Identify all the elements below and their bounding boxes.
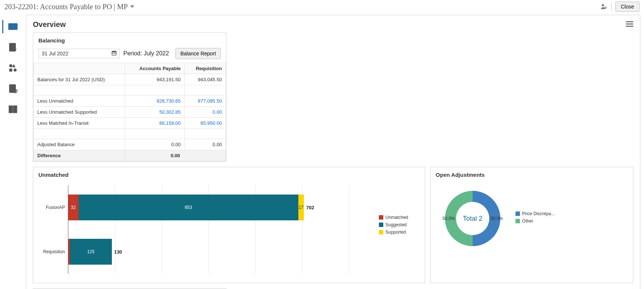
svg-point-8 [10,65,12,67]
content-panel: Overview Unmatched [26,15,640,289]
bar-total: 130 [114,249,122,255]
bar-total: 702 [306,205,314,210]
cell-value: 0.00 [125,139,185,150]
row-label: Less Unmatched Supported [34,107,125,118]
legend-label: Price Discrepa… [522,211,555,216]
cell-value: 943,191.50 [125,74,185,85]
nav-transactions[interactable] [0,42,26,52]
bar-category-label: FusionAP [38,205,68,210]
table-row: Adjusted Balance 0.00 0.00 [34,139,226,150]
svg-rect-16 [626,24,633,24]
cell-value: 0.00 [185,139,226,150]
swatch-icon [515,219,520,223]
dashboard-icon [8,21,18,32]
cell-value-link[interactable]: 877,095.50 [185,96,226,107]
svg-rect-21 [115,51,115,52]
table-footer-row: Difference 0.00 [34,150,226,161]
nav-overview[interactable] [0,21,26,32]
page-title[interactable]: 203-22201: Accounts Payable to PO | MP [4,3,134,11]
svg-rect-6 [10,27,12,29]
user-settings-icon[interactable] [600,3,607,10]
swatch-icon [379,215,383,220]
legend-label: Other [522,219,533,224]
separator [611,3,612,10]
swatch-icon [379,230,383,234]
title-bar: 203-22201: Accounts Payable to PO | MP C… [0,0,644,15]
balance-report-button[interactable]: Balance Report [175,48,221,59]
svg-rect-9 [10,69,12,71]
row-label: Balances for 31 Jul 2022 (USD) [34,74,125,85]
table-row [34,85,226,96]
bar-segment-unmatched[interactable]: 32 [68,195,79,220]
svg-rect-17 [626,26,633,27]
hamburger-icon [626,21,633,27]
svg-rect-24 [115,53,116,54]
cell-value-link[interactable]: 0.00 [185,107,226,118]
title-bar-actions: Close [600,1,640,12]
legend-item[interactable]: Supported [379,230,419,235]
nav-journals[interactable] [0,104,26,114]
cell-value-link[interactable]: 50,302.85 [125,107,185,118]
close-button[interactable]: Close [615,1,640,12]
balancing-date-field[interactable]: 31 Jul 2022 [38,49,120,58]
card-open-adjustments: Open Adjustments Total 2 50.0% 50.0% Pri… [430,167,633,283]
unmatched-bar-chart[interactable]: FusionAP 32 653 17 702 Requisition [38,182,373,278]
donut-pct-label: 50.0% [442,216,455,221]
table-row: Less Unmatched 826,730.65 877,095.50 [34,96,226,107]
calendar-icon [111,50,117,57]
swatch-icon [515,211,520,216]
cell-value: 943,045.50 [185,74,226,85]
table-row: Balances for 31 Jul 2022 (USD) 943,191.5… [34,74,226,85]
donut-pct-label: 50.0% [490,216,503,221]
table-header-row: Accounts Payable Requisition [34,63,226,74]
table-row: Less Matched In-Transit 66,158.00 65,950… [34,118,226,129]
row-label: Less Matched In-Transit [34,118,125,129]
col-header: Requisition [185,63,226,74]
bar-segment-suggested[interactable]: 125 [70,239,112,265]
card-unmatched: Unmatched FusionAP [33,167,425,283]
legend-item[interactable]: Suggested [379,222,419,227]
shapes-icon [8,63,18,73]
bar-segment-supported[interactable]: 17 [298,195,304,220]
card-title: Balancing [38,37,221,44]
difference-value: 0.00 [125,150,226,161]
card-title: Unmatched [38,172,419,178]
swatch-icon [379,223,383,227]
panel-menu-button[interactable] [626,21,633,28]
legend-label: Supported [386,230,406,235]
svg-point-10 [14,69,16,71]
bar-legend: Unmatched Suggested Supported [379,182,419,237]
svg-rect-5 [13,26,16,27]
cell-value-link[interactable]: 66,158.00 [125,118,185,129]
table-row [34,129,226,139]
legend-label: Suggested [386,222,407,227]
balancing-date-value: 31 Jul 2022 [42,51,68,56]
svg-rect-7 [10,44,16,51]
col-header [34,63,125,74]
svg-rect-20 [113,51,113,52]
open-adjustments-chart[interactable]: Total 2 50.0% 50.0% [436,182,510,255]
cell-value-link[interactable]: 65,950.00 [185,118,226,129]
legend-item[interactable]: Unmatched [379,215,419,220]
document-bolt-icon [8,42,18,52]
document-check-icon [8,83,18,94]
bar-segment-suggested[interactable]: 653 [79,195,298,220]
legend-item[interactable]: Other [515,219,555,224]
ledger-icon [8,104,18,114]
period-label: Period: July 2022 [123,50,169,57]
cell-value-link[interactable]: 826,730.65 [125,96,185,107]
row-label: Less Unmatched [34,96,125,107]
nav-approvals[interactable] [0,83,26,94]
row-label: Adjusted Balance [34,139,125,150]
page-title-text: 203-22201: Accounts Payable to PO | MP [4,3,128,11]
svg-rect-15 [626,21,633,22]
table-row: Less Unmatched Supported 50,302.85 0.00 [34,107,226,118]
chevron-down-icon [130,4,134,9]
donut-legend: Price Discrepa… Other [515,211,555,226]
svg-rect-23 [114,53,114,54]
svg-rect-22 [113,53,113,54]
legend-label: Unmatched [386,215,408,220]
legend-item[interactable]: Price Discrepa… [515,211,555,216]
difference-label: Difference [34,150,125,161]
nav-matching[interactable] [0,63,26,73]
